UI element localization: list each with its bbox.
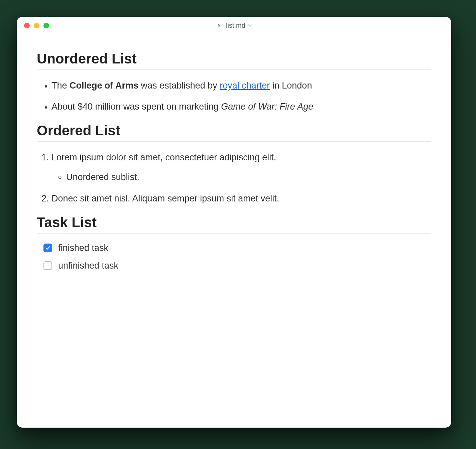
traffic-lights bbox=[24, 23, 49, 28]
italic-text: Game of War: Fire Age bbox=[221, 102, 313, 112]
text: The bbox=[51, 81, 70, 91]
close-button[interactable] bbox=[24, 23, 30, 28]
titlebar: M↓ list.md bbox=[17, 17, 451, 34]
checkbox-checked[interactable] bbox=[43, 244, 52, 252]
task-label: unfinished task bbox=[58, 261, 118, 271]
link-royal-charter[interactable]: royal charter bbox=[220, 81, 270, 91]
markdown-file-icon: M↓ bbox=[216, 23, 223, 28]
list-item: The College of Arms was established by r… bbox=[51, 79, 431, 92]
heading-task-list: Task List bbox=[37, 214, 431, 234]
task-item: finished task bbox=[43, 243, 431, 253]
text: was established by bbox=[138, 81, 220, 91]
list-item: Donec sit amet nisl. Aliquam semper ipsu… bbox=[51, 192, 431, 205]
task-label: finished task bbox=[58, 243, 108, 253]
heading-ordered-list: Ordered List bbox=[37, 123, 431, 142]
unordered-list: The College of Arms was established by r… bbox=[37, 79, 431, 113]
text: Lorem ipsum dolor sit amet, consectetuer… bbox=[51, 152, 276, 162]
chevron-down-icon bbox=[248, 23, 252, 28]
bold-text: College of Arms bbox=[70, 81, 138, 91]
checkbox-unchecked[interactable] bbox=[43, 261, 52, 270]
list-item: Lorem ipsum dolor sit amet, consectetuer… bbox=[51, 151, 431, 184]
minimize-button[interactable] bbox=[34, 23, 39, 28]
maximize-button[interactable] bbox=[43, 23, 49, 28]
text: About $40 million was spent on marketing bbox=[51, 102, 221, 112]
task-list: finished task unfinished task bbox=[37, 243, 431, 271]
heading-unordered-list: Unordered List bbox=[37, 51, 431, 70]
document-title: list.md bbox=[226, 22, 245, 29]
title-area[interactable]: M↓ list.md bbox=[216, 22, 252, 29]
document-content: Unordered List The College of Arms was e… bbox=[17, 34, 451, 292]
list-item: Unordered sublist. bbox=[66, 171, 431, 184]
app-window: M↓ list.md Unordered List The College of… bbox=[17, 17, 451, 428]
unordered-sublist: Unordered sublist. bbox=[51, 171, 431, 184]
text: in London bbox=[270, 81, 312, 91]
list-item: About $40 million was spent on marketing… bbox=[51, 100, 431, 113]
ordered-list: Lorem ipsum dolor sit amet, consectetuer… bbox=[37, 151, 431, 205]
text: Donec sit amet nisl. Aliquam semper ipsu… bbox=[51, 193, 279, 203]
task-item: unfinished task bbox=[43, 261, 431, 271]
